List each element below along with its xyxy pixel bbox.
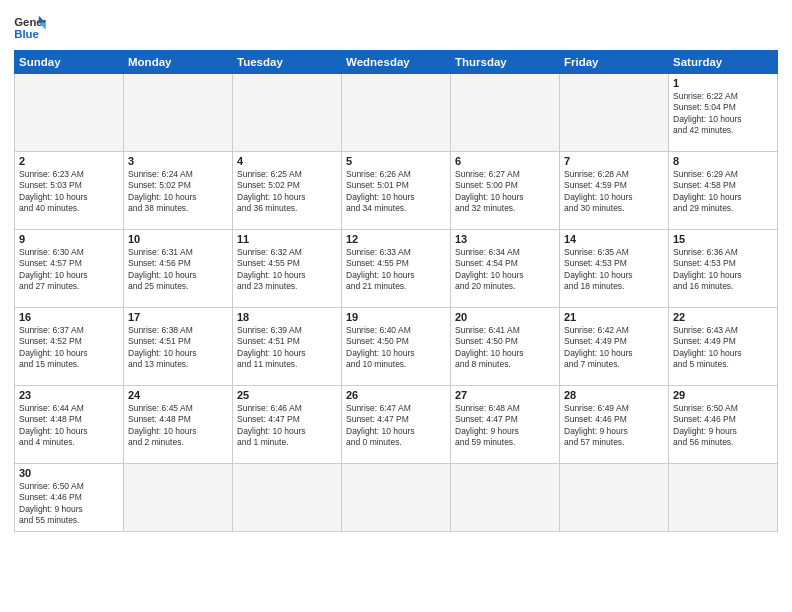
calendar-cell [560, 74, 669, 152]
day-number: 17 [128, 311, 228, 323]
weekday-header-tuesday: Tuesday [233, 51, 342, 74]
day-number: 12 [346, 233, 446, 245]
day-number: 22 [673, 311, 773, 323]
cell-info: Sunrise: 6:39 AM Sunset: 4:51 PM Dayligh… [237, 325, 337, 371]
calendar-cell [669, 464, 778, 532]
day-number: 21 [564, 311, 664, 323]
calendar-cell [560, 464, 669, 532]
weekday-header-thursday: Thursday [451, 51, 560, 74]
day-number: 6 [455, 155, 555, 167]
logo-icon: General Blue [14, 14, 46, 42]
calendar-cell: 2Sunrise: 6:23 AM Sunset: 5:03 PM Daylig… [15, 152, 124, 230]
cell-info: Sunrise: 6:48 AM Sunset: 4:47 PM Dayligh… [455, 403, 555, 449]
calendar-cell [451, 74, 560, 152]
calendar-cell [451, 464, 560, 532]
cell-info: Sunrise: 6:36 AM Sunset: 4:53 PM Dayligh… [673, 247, 773, 293]
weekday-header-monday: Monday [124, 51, 233, 74]
cell-info: Sunrise: 6:49 AM Sunset: 4:46 PM Dayligh… [564, 403, 664, 449]
day-number: 1 [673, 77, 773, 89]
calendar-cell [342, 74, 451, 152]
day-number: 25 [237, 389, 337, 401]
day-number: 13 [455, 233, 555, 245]
calendar-cell [342, 464, 451, 532]
cell-info: Sunrise: 6:41 AM Sunset: 4:50 PM Dayligh… [455, 325, 555, 371]
day-number: 7 [564, 155, 664, 167]
weekday-header-wednesday: Wednesday [342, 51, 451, 74]
calendar-cell: 7Sunrise: 6:28 AM Sunset: 4:59 PM Daylig… [560, 152, 669, 230]
cell-info: Sunrise: 6:38 AM Sunset: 4:51 PM Dayligh… [128, 325, 228, 371]
cell-info: Sunrise: 6:40 AM Sunset: 4:50 PM Dayligh… [346, 325, 446, 371]
weekday-header-friday: Friday [560, 51, 669, 74]
weekday-header-saturday: Saturday [669, 51, 778, 74]
cell-info: Sunrise: 6:32 AM Sunset: 4:55 PM Dayligh… [237, 247, 337, 293]
calendar-header-row: SundayMondayTuesdayWednesdayThursdayFrid… [15, 51, 778, 74]
calendar-cell: 18Sunrise: 6:39 AM Sunset: 4:51 PM Dayli… [233, 308, 342, 386]
cell-info: Sunrise: 6:27 AM Sunset: 5:00 PM Dayligh… [455, 169, 555, 215]
day-number: 18 [237, 311, 337, 323]
calendar-cell: 3Sunrise: 6:24 AM Sunset: 5:02 PM Daylig… [124, 152, 233, 230]
calendar-cell: 1Sunrise: 6:22 AM Sunset: 5:04 PM Daylig… [669, 74, 778, 152]
calendar-table: SundayMondayTuesdayWednesdayThursdayFrid… [14, 50, 778, 532]
calendar-cell: 29Sunrise: 6:50 AM Sunset: 4:46 PM Dayli… [669, 386, 778, 464]
day-number: 24 [128, 389, 228, 401]
calendar-cell: 24Sunrise: 6:45 AM Sunset: 4:48 PM Dayli… [124, 386, 233, 464]
cell-info: Sunrise: 6:25 AM Sunset: 5:02 PM Dayligh… [237, 169, 337, 215]
cell-info: Sunrise: 6:47 AM Sunset: 4:47 PM Dayligh… [346, 403, 446, 449]
calendar-cell: 14Sunrise: 6:35 AM Sunset: 4:53 PM Dayli… [560, 230, 669, 308]
calendar-cell [124, 74, 233, 152]
cell-info: Sunrise: 6:22 AM Sunset: 5:04 PM Dayligh… [673, 91, 773, 137]
calendar-cell: 30Sunrise: 6:50 AM Sunset: 4:46 PM Dayli… [15, 464, 124, 532]
calendar-cell: 16Sunrise: 6:37 AM Sunset: 4:52 PM Dayli… [15, 308, 124, 386]
calendar-cell: 23Sunrise: 6:44 AM Sunset: 4:48 PM Dayli… [15, 386, 124, 464]
calendar-cell [15, 74, 124, 152]
day-number: 29 [673, 389, 773, 401]
calendar-cell: 4Sunrise: 6:25 AM Sunset: 5:02 PM Daylig… [233, 152, 342, 230]
day-number: 30 [19, 467, 119, 479]
weekday-header-sunday: Sunday [15, 51, 124, 74]
calendar-cell: 22Sunrise: 6:43 AM Sunset: 4:49 PM Dayli… [669, 308, 778, 386]
cell-info: Sunrise: 6:50 AM Sunset: 4:46 PM Dayligh… [19, 481, 119, 527]
day-number: 11 [237, 233, 337, 245]
day-number: 2 [19, 155, 119, 167]
cell-info: Sunrise: 6:28 AM Sunset: 4:59 PM Dayligh… [564, 169, 664, 215]
cell-info: Sunrise: 6:33 AM Sunset: 4:55 PM Dayligh… [346, 247, 446, 293]
day-number: 10 [128, 233, 228, 245]
calendar-cell [124, 464, 233, 532]
calendar-cell: 11Sunrise: 6:32 AM Sunset: 4:55 PM Dayli… [233, 230, 342, 308]
calendar-cell: 9Sunrise: 6:30 AM Sunset: 4:57 PM Daylig… [15, 230, 124, 308]
cell-info: Sunrise: 6:44 AM Sunset: 4:48 PM Dayligh… [19, 403, 119, 449]
day-number: 27 [455, 389, 555, 401]
day-number: 20 [455, 311, 555, 323]
svg-text:Blue: Blue [14, 28, 39, 40]
day-number: 23 [19, 389, 119, 401]
calendar-cell [233, 464, 342, 532]
calendar-cell: 5Sunrise: 6:26 AM Sunset: 5:01 PM Daylig… [342, 152, 451, 230]
calendar-cell: 20Sunrise: 6:41 AM Sunset: 4:50 PM Dayli… [451, 308, 560, 386]
cell-info: Sunrise: 6:35 AM Sunset: 4:53 PM Dayligh… [564, 247, 664, 293]
page-header: General Blue [14, 10, 778, 42]
calendar-cell: 6Sunrise: 6:27 AM Sunset: 5:00 PM Daylig… [451, 152, 560, 230]
cell-info: Sunrise: 6:50 AM Sunset: 4:46 PM Dayligh… [673, 403, 773, 449]
calendar-cell: 26Sunrise: 6:47 AM Sunset: 4:47 PM Dayli… [342, 386, 451, 464]
cell-info: Sunrise: 6:29 AM Sunset: 4:58 PM Dayligh… [673, 169, 773, 215]
day-number: 14 [564, 233, 664, 245]
calendar-cell: 21Sunrise: 6:42 AM Sunset: 4:49 PM Dayli… [560, 308, 669, 386]
day-number: 4 [237, 155, 337, 167]
day-number: 5 [346, 155, 446, 167]
day-number: 19 [346, 311, 446, 323]
cell-info: Sunrise: 6:45 AM Sunset: 4:48 PM Dayligh… [128, 403, 228, 449]
day-number: 15 [673, 233, 773, 245]
cell-info: Sunrise: 6:24 AM Sunset: 5:02 PM Dayligh… [128, 169, 228, 215]
calendar-cell: 13Sunrise: 6:34 AM Sunset: 4:54 PM Dayli… [451, 230, 560, 308]
logo: General Blue [14, 14, 46, 42]
cell-info: Sunrise: 6:46 AM Sunset: 4:47 PM Dayligh… [237, 403, 337, 449]
cell-info: Sunrise: 6:37 AM Sunset: 4:52 PM Dayligh… [19, 325, 119, 371]
day-number: 28 [564, 389, 664, 401]
cell-info: Sunrise: 6:34 AM Sunset: 4:54 PM Dayligh… [455, 247, 555, 293]
cell-info: Sunrise: 6:42 AM Sunset: 4:49 PM Dayligh… [564, 325, 664, 371]
calendar-cell [233, 74, 342, 152]
cell-info: Sunrise: 6:23 AM Sunset: 5:03 PM Dayligh… [19, 169, 119, 215]
day-number: 3 [128, 155, 228, 167]
calendar-cell: 25Sunrise: 6:46 AM Sunset: 4:47 PM Dayli… [233, 386, 342, 464]
calendar-cell: 10Sunrise: 6:31 AM Sunset: 4:56 PM Dayli… [124, 230, 233, 308]
